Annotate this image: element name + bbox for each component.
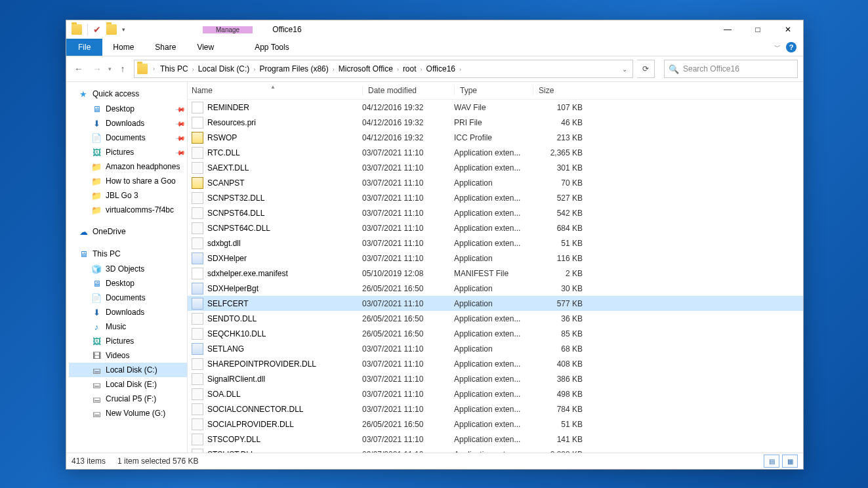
nav-item[interactable]: 📁Amazon headphones [69,159,187,174]
file-row[interactable]: STSLIST.DLL 03/07/2021 11:10 Application… [188,447,803,453]
details-view-button[interactable]: ▤ [764,455,779,468]
file-row[interactable]: SEQCHK10.DLL 26/05/2021 16:50 Applicatio… [188,326,803,341]
window-title: Office16 [272,25,301,34]
column-size: Size [533,86,585,95]
nav-item[interactable]: 🖴New Volume (G:) [69,406,187,420]
file-date: 03/07/2021 11:10 [362,344,454,354]
nav-forward-button[interactable]: → [90,62,104,76]
file-list[interactable]: REMINDER 04/12/2016 19:32 WAV File 107 K… [188,100,803,453]
nav-item[interactable]: 🖥Desktop📌 [69,102,187,116]
status-selection: 1 item selected 576 KB [117,457,198,466]
breadcrumb-segment[interactable]: Office16 [424,64,458,73]
breadcrumb-segment[interactable]: Microsoft Office [336,64,396,73]
file-icon [192,343,203,355]
folder-icon: 📁 [91,176,102,186]
file-row[interactable]: REMINDER 04/12/2016 19:32 WAV File 107 K… [188,100,803,115]
minimize-button[interactable]: — [713,20,743,39]
file-type: ICC Profile [454,133,533,142]
file-row[interactable]: SCNPST64C.DLL 03/07/2021 11:10 Applicati… [188,220,803,235]
file-icon [192,147,203,159]
breadcrumb-segment[interactable]: Local Disk (C:) [196,64,253,73]
tab-share[interactable]: Share [144,39,186,56]
nav-this-pc[interactable]: 🖥 This PC [69,246,187,262]
file-row[interactable]: SENDTO.DLL 26/05/2021 16:50 Application … [188,311,803,326]
nav-item[interactable]: 📄Documents [69,291,187,305]
column-name: Name▲ [192,86,362,95]
folder-icon [72,24,82,35]
nav-item[interactable]: 📁How to share a Goo [69,174,187,188]
nav-item[interactable]: 📁JBL Go 3 [69,188,187,203]
file-row[interactable]: SignalRClient.dll 03/07/2021 11:10 Appli… [188,371,803,386]
down-icon: ⬇ [91,307,102,317]
breadcrumb-segment[interactable]: root [400,64,419,73]
nav-item[interactable]: 🖼Pictures📌 [69,145,187,159]
file-row[interactable]: Resources.pri 04/12/2016 19:32 PRI File … [188,115,803,130]
maximize-button[interactable]: □ [743,20,773,39]
tab-view[interactable]: View [186,39,224,56]
file-row[interactable]: SCNPST64.DLL 03/07/2021 11:10 Applicatio… [188,205,803,220]
breadcrumb-segment[interactable]: This PC [157,64,191,73]
folder-icon[interactable] [106,24,117,35]
file-size: 85 KB [533,329,585,338]
tab-home[interactable]: Home [102,39,144,56]
nav-item[interactable]: 🧊3D Objects [69,262,187,276]
nav-item[interactable]: 🖥Desktop [69,276,187,291]
file-type: Application exten... [454,329,533,338]
file-size: 213 KB [533,133,585,142]
nav-item[interactable]: 📄Documents📌 [69,131,187,145]
file-row[interactable]: STSCOPY.DLL 03/07/2021 11:10 Application… [188,432,803,447]
file-row[interactable]: SCNPST32.DLL 03/07/2021 11:10 Applicatio… [188,190,803,205]
file-row[interactable]: SELFCERT 03/07/2021 11:10 Application 57… [188,296,803,311]
breadcrumb-segment[interactable]: Program Files (x86) [257,64,331,73]
nav-item[interactable]: 🎞Videos [69,348,187,363]
icons-view-button[interactable]: ▦ [782,455,798,468]
nav-item[interactable]: 🖴Crucial P5 (F:) [69,392,187,406]
nav-item[interactable]: 🖼Pictures [69,334,187,348]
file-row[interactable]: RSWOP 04/12/2016 19:32 ICC Profile 213 K… [188,130,803,145]
file-row[interactable]: SDXHelperBgt 26/05/2021 16:50 Applicatio… [188,281,803,296]
file-date: 26/05/2021 16:50 [362,420,454,429]
nav-item[interactable]: 🖴Local Disk (E:) [69,377,187,392]
file-type: WAV File [454,103,533,112]
nav-item[interactable]: ⬇Downloads [69,305,187,319]
nav-item[interactable]: ⬇Downloads📌 [69,116,187,131]
nav-quick-access[interactable]: ★ Quick access [69,86,187,102]
file-list-area: Name▲ Date modified Type Size REMINDER 0… [188,82,803,453]
chevron-right-icon: › [396,66,400,73]
nav-item[interactable]: 🖴Local Disk (C:) [69,363,187,377]
file-row[interactable]: SETLANG 03/07/2021 11:10 Application 68 … [188,341,803,356]
nav-back-button[interactable]: ← [72,62,86,76]
chevron-down-icon[interactable]: ⌄ [622,66,627,73]
column-headers[interactable]: Name▲ Date modified Type Size [188,82,803,100]
breadcrumb-bar[interactable]: › This PC›Local Disk (C:)›Program Files … [134,60,633,78]
tab-app-tools[interactable]: App Tools [244,39,299,56]
nav-item-label: Downloads [106,119,144,128]
file-row[interactable]: sdxbgt.dll 03/07/2021 11:10 Application … [188,235,803,251]
chevron-right-icon: › [191,66,196,73]
nav-item[interactable]: ♪Music [69,319,187,334]
nav-onedrive[interactable]: ☁ OneDrive [69,224,187,239]
help-icon[interactable]: ? [786,42,796,52]
drive-icon: 🖴 [91,379,102,390]
search-input[interactable]: 🔍 Search Office16 [664,60,798,78]
file-icon [192,328,203,340]
file-row[interactable]: SHAREPOINTPROVIDER.DLL 03/07/2021 11:10 … [188,356,803,371]
qat-check-icon[interactable]: ✔ [93,24,101,35]
navigation-pane[interactable]: ★ Quick access 🖥Desktop📌⬇Downloads📌📄Docu… [66,82,188,453]
file-row[interactable]: SOA.DLL 03/07/2021 11:10 Application ext… [188,386,803,401]
refresh-button[interactable]: ⟳ [637,60,655,78]
tab-file[interactable]: File [66,39,102,56]
nav-up-button[interactable]: ↑ [115,62,130,76]
file-row[interactable]: SCANPST 03/07/2021 11:10 Application 70 … [188,175,803,190]
close-button[interactable]: ✕ [773,20,803,39]
file-row[interactable]: RTC.DLL 03/07/2021 11:10 Application ext… [188,145,803,160]
file-row[interactable]: SAEXT.DLL 03/07/2021 11:10 Application e… [188,160,803,175]
file-name: SCNPST64C.DLL [207,224,270,233]
file-row[interactable]: SDXHelper 03/07/2021 11:10 Application 1… [188,251,803,266]
file-row[interactable]: sdxhelper.exe.manifest 05/10/2019 12:08 … [188,266,803,281]
file-row[interactable]: SOCIALCONNECTOR.DLL 03/07/2021 11:10 App… [188,401,803,417]
nav-item[interactable]: 📁virtualcomms-7f4bc [69,203,187,217]
ribbon-expand-icon[interactable]: ﹀ [774,43,781,52]
file-row[interactable]: SOCIALPROVIDER.DLL 26/05/2021 16:50 Appl… [188,417,803,432]
file-type: Application exten... [454,314,533,323]
